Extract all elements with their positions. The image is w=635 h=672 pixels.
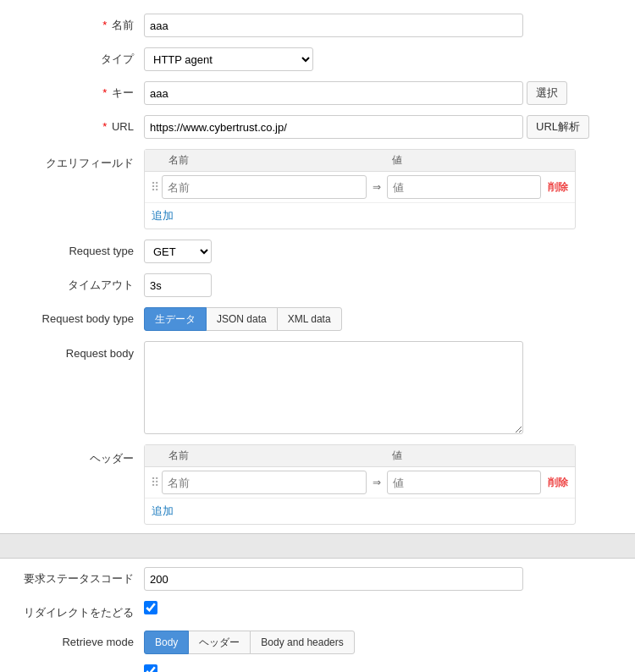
query-arrow-1: ⇒ <box>367 181 387 193</box>
label-request-body: Request body <box>8 341 144 361</box>
form-container: * 名前 タイプ HTTP agent * キー 選択 * UR <box>0 0 635 672</box>
label-header: ヘッダー <box>8 444 144 466</box>
row-type: タイプ HTTP agent <box>0 42 635 76</box>
row-query: クエリフィールド 名前 値 ⠿ ⇒ 削除 追加 <box>0 144 635 234</box>
query-col-name: 名前 <box>152 153 372 168</box>
url-input[interactable] <box>144 115 523 139</box>
retrieve-tab-body[interactable]: Body <box>144 631 189 654</box>
header-row-1: ⠿ ⇒ 削除 <box>145 467 575 498</box>
content-request-body <box>144 341 627 434</box>
convert-json-checkbox[interactable] <box>144 664 157 672</box>
row-status-code: 要求ステータスコード <box>0 562 635 596</box>
row-request-body-type: Request body type 生データ JSON data XML dat… <box>0 302 635 336</box>
content-request-body-type: 生データ JSON data XML data <box>144 307 627 331</box>
header-add-link[interactable]: 追加 <box>145 500 180 522</box>
label-request-body-type: Request body type <box>8 307 144 327</box>
redirect-checkbox[interactable] <box>144 601 157 614</box>
label-key: * キー <box>8 81 144 101</box>
required-star-url: * <box>102 120 107 133</box>
row-convert-json: Convert to JSON <box>0 659 635 672</box>
label-convert-json: Convert to JSON <box>8 664 144 672</box>
retrieve-tab-header[interactable]: ヘッダー <box>188 631 251 654</box>
content-request-type: GET POST PUT DELETE HEAD PATCH <box>144 240 627 263</box>
header-col-name: 名前 <box>152 449 372 463</box>
row-retrieve-mode: Retrieve mode Body ヘッダー Body and headers <box>0 625 635 659</box>
label-name: * 名前 <box>8 14 144 33</box>
content-query: 名前 値 ⠿ ⇒ 削除 追加 <box>144 149 627 229</box>
key-select-button[interactable]: 選択 <box>527 81 567 105</box>
query-header: 名前 値 <box>145 150 575 172</box>
drag-handle-query-1[interactable]: ⠿ <box>148 180 162 194</box>
header-col-header: 名前 値 <box>145 445 575 467</box>
tab-json-data[interactable]: JSON data <box>206 307 278 331</box>
content-name <box>144 14 627 37</box>
header-col-value: 値 <box>392 449 568 463</box>
query-add-link[interactable]: 追加 <box>145 205 180 227</box>
section-divider <box>0 533 635 559</box>
content-url: URL解析 <box>144 115 627 139</box>
query-name-input-1[interactable] <box>162 175 367 199</box>
header-section-box: 名前 値 ⠿ ⇒ 削除 追加 <box>144 444 576 525</box>
row-key: * キー 選択 <box>0 76 635 110</box>
retrieve-mode-tabs: Body ヘッダー Body and headers <box>144 631 355 654</box>
row-request-type: Request type GET POST PUT DELETE HEAD PA… <box>0 234 635 268</box>
tab-xml-data[interactable]: XML data <box>277 307 342 331</box>
content-redirect <box>144 601 627 614</box>
type-select[interactable]: HTTP agent <box>144 47 313 71</box>
query-add-row: 追加 <box>145 203 575 229</box>
label-retrieve-mode: Retrieve mode <box>8 631 144 650</box>
tab-raw-data[interactable]: 生データ <box>144 307 207 331</box>
row-url: * URL URL解析 <box>0 110 635 144</box>
name-input[interactable] <box>144 14 523 37</box>
header-delete-button-1[interactable]: 削除 <box>544 476 572 490</box>
header-add-row: 追加 <box>145 498 575 524</box>
drag-handle-header-1[interactable]: ⠿ <box>148 476 162 489</box>
row-name: * 名前 <box>0 8 635 42</box>
header-arrow-1: ⇒ <box>367 476 387 488</box>
header-value-input-1[interactable] <box>387 471 541 494</box>
request-type-select[interactable]: GET POST PUT DELETE HEAD PATCH <box>144 240 212 263</box>
label-query: クエリフィールド <box>8 149 144 171</box>
key-input[interactable] <box>144 81 523 105</box>
query-row-1: ⠿ ⇒ 削除 <box>145 172 575 203</box>
row-timeout: タイムアウト <box>0 268 635 302</box>
label-type: タイプ <box>8 47 144 67</box>
content-type: HTTP agent <box>144 47 627 71</box>
content-timeout <box>144 273 627 297</box>
content-status-code <box>144 567 627 591</box>
content-header: 名前 値 ⠿ ⇒ 削除 追加 <box>144 444 627 525</box>
row-header: ヘッダー 名前 値 ⠿ ⇒ 削除 追加 <box>0 439 635 530</box>
query-section-box: 名前 値 ⠿ ⇒ 削除 追加 <box>144 149 576 229</box>
required-star-key: * <box>102 86 107 99</box>
label-redirect: リダイレクトをたどる <box>8 601 144 620</box>
request-body-textarea[interactable] <box>144 341 523 434</box>
label-url: * URL <box>8 115 144 135</box>
header-name-input-1[interactable] <box>162 471 367 494</box>
row-redirect: リダイレクトをたどる <box>0 596 635 625</box>
query-delete-button-1[interactable]: 削除 <box>544 180 572 195</box>
required-star-name: * <box>102 19 107 31</box>
query-col-value: 値 <box>392 153 568 168</box>
label-status-code: 要求ステータスコード <box>8 567 144 587</box>
query-value-input-1[interactable] <box>387 175 541 199</box>
request-body-type-tabs: 生データ JSON data XML data <box>144 307 342 331</box>
content-key: 選択 <box>144 81 627 105</box>
status-code-input[interactable] <box>144 567 523 591</box>
url-parse-button[interactable]: URL解析 <box>527 115 589 139</box>
row-request-body: Request body <box>0 336 635 439</box>
content-convert-json <box>144 664 627 672</box>
content-retrieve-mode: Body ヘッダー Body and headers <box>144 631 627 654</box>
label-request-type: Request type <box>8 240 144 259</box>
timeout-input[interactable] <box>144 273 212 297</box>
retrieve-tab-body-and-headers[interactable]: Body and headers <box>250 631 354 654</box>
label-timeout: タイムアウト <box>8 273 144 293</box>
